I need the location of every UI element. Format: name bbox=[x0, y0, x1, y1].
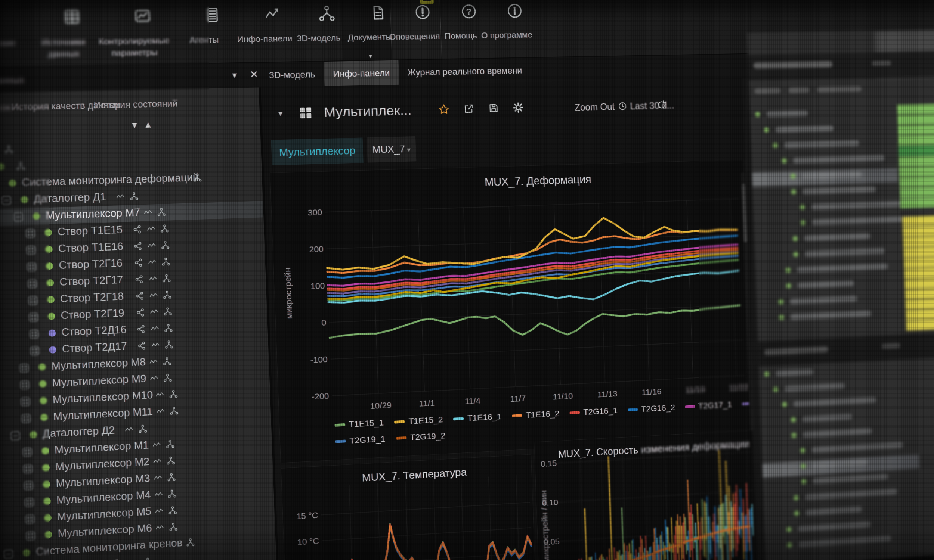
deformation-x-tick: 11/13 bbox=[597, 389, 618, 400]
workspace-tab-3[interactable]: Журнал реального времени bbox=[398, 58, 531, 86]
status-dot-green bbox=[29, 431, 37, 438]
deformation-x-tick: 11/19 bbox=[686, 385, 705, 395]
status-dot-green bbox=[46, 279, 54, 287]
dashboard-title[interactable]: Мультиплек... bbox=[324, 102, 412, 120]
tree-item-code: Т2Г17 bbox=[92, 274, 123, 287]
toolbar-button-controlled-parameters[interactable]: Контролируемыепараметры bbox=[102, 0, 165, 65]
toolbar-label-2: данных bbox=[48, 49, 80, 59]
status-cell-warn[interactable] bbox=[903, 236, 934, 247]
right-tree-label-smudge[interactable] bbox=[811, 201, 901, 210]
right-tree-dot bbox=[778, 299, 783, 304]
right-tree2-label-smudge[interactable] bbox=[802, 414, 852, 422]
sidebar-tab-4[interactable]: История состояний bbox=[94, 98, 178, 111]
toolbar-button-about[interactable]: О программе bbox=[477, 0, 535, 58]
mux-selector-dropdown[interactable]: MUX_7 ▾ bbox=[367, 136, 416, 163]
tree-item-label: Мультиплексор М5 bbox=[57, 506, 151, 523]
toolbar-button-user-operations[interactable]: Пользовательскиеоперации bbox=[0, 0, 8, 68]
right-tree2-label-smudge[interactable] bbox=[806, 506, 862, 515]
right-tree2-label-smudge[interactable] bbox=[812, 474, 888, 484]
status-cell-ok[interactable] bbox=[897, 114, 934, 125]
status-cell-ok[interactable] bbox=[900, 187, 934, 198]
status-cell-warn[interactable] bbox=[904, 257, 934, 268]
legend-item-T2G17_1[interactable]: T2G17_1 bbox=[685, 400, 732, 411]
sort-ascending-button[interactable]: ▲ bbox=[143, 120, 153, 129]
right-tree2-label-smudge[interactable] bbox=[805, 489, 897, 500]
legend-swatch bbox=[628, 408, 638, 411]
status-cell-ok[interactable] bbox=[898, 135, 934, 146]
legend-item-T2G19_2[interactable]: T2G19_2 bbox=[396, 431, 446, 443]
status-cell-ok[interactable] bbox=[900, 197, 934, 208]
right-tree-label-smudge[interactable] bbox=[790, 296, 857, 304]
dashboard-tab-multiplexor[interactable]: Мультиплексор bbox=[271, 138, 364, 165]
status-cell-warn[interactable] bbox=[903, 226, 934, 237]
panel-close-icon[interactable]: ✕ bbox=[250, 69, 259, 80]
right-panel-tab-smudge[interactable] bbox=[788, 88, 809, 93]
status-cell-ok[interactable] bbox=[897, 104, 934, 115]
right-tree-label-smudge[interactable] bbox=[812, 216, 916, 225]
status-cell-warn[interactable] bbox=[906, 309, 934, 320]
right-tree-label-smudge[interactable] bbox=[790, 311, 871, 320]
right-tree-label-smudge[interactable] bbox=[797, 263, 888, 272]
status-dot-green bbox=[44, 514, 52, 522]
sort-descending-button[interactable]: ▼ bbox=[130, 120, 139, 130]
right-tree2-dot bbox=[773, 387, 778, 392]
dashboard-collapse-caret[interactable]: ▾ bbox=[278, 108, 283, 118]
status-cell-warn[interactable] bbox=[904, 267, 934, 278]
right-tree-label-smudge[interactable] bbox=[775, 125, 834, 133]
right-tree-label-smudge[interactable] bbox=[797, 280, 854, 289]
status-cell-warn[interactable] bbox=[906, 319, 934, 331]
deformation-x-tick: 11/1 bbox=[419, 398, 435, 408]
sidebar-tab-2[interactable]: Список bbox=[0, 102, 11, 114]
status-cell-ok[interactable] bbox=[898, 125, 934, 135]
time-range-picker[interactable]: Last 30 d... bbox=[630, 100, 674, 112]
legend-item-T2G19_1[interactable]: T2G19_1 bbox=[335, 434, 385, 446]
legend-item-T1E16_1[interactable]: T1E16_1 bbox=[453, 411, 502, 424]
tree-item-code: Т2Д17 bbox=[95, 340, 127, 354]
panel-collapse-caret[interactable]: ▾ bbox=[232, 70, 237, 81]
toolbar-button-info-panels[interactable]: Инфо-панели bbox=[233, 0, 295, 62]
status-dot-green bbox=[42, 447, 49, 455]
right-tree-label-smudge[interactable] bbox=[805, 248, 885, 257]
right-tree-label-smudge[interactable] bbox=[804, 233, 871, 241]
legend-item-T1E16_2[interactable]: T1E16_2 bbox=[512, 408, 559, 420]
status-cell-ok[interactable] bbox=[899, 156, 934, 166]
right-tree-label-smudge[interactable] bbox=[803, 186, 876, 194]
right-tree2-label-smudge[interactable] bbox=[784, 383, 845, 392]
toolbar-button-agents[interactable]: Агенты bbox=[173, 0, 234, 63]
right-tree-dot bbox=[764, 127, 769, 132]
right-tree-label-smudge[interactable] bbox=[766, 111, 808, 117]
legend-item-T2G16_2[interactable]: T2G16_2 bbox=[627, 403, 675, 414]
right-tree2-label-smudge[interactable] bbox=[798, 521, 871, 532]
right-tree-dot bbox=[800, 205, 805, 210]
workspace-tab-2[interactable]: Инфо-панели bbox=[324, 60, 399, 87]
right-tree2-label-smudge[interactable] bbox=[811, 442, 903, 453]
status-cell-ok[interactable] bbox=[899, 166, 934, 177]
status-cell-warn[interactable] bbox=[902, 215, 934, 227]
legend-item-T1E15_2[interactable]: T1E15_2 bbox=[394, 415, 443, 427]
status-cell-warn[interactable] bbox=[905, 278, 934, 289]
right-tree2-label-smudge[interactable] bbox=[798, 535, 891, 547]
status-cell-ok[interactable] bbox=[899, 145, 934, 156]
status-cell-warn[interactable] bbox=[903, 246, 934, 258]
status-dot-green bbox=[32, 212, 40, 220]
right-tree-label-smudge[interactable] bbox=[784, 140, 859, 148]
zoom-out-button[interactable]: Zoom Out bbox=[575, 102, 615, 113]
legend-swatch bbox=[334, 423, 345, 426]
right-tree2-label-smudge[interactable] bbox=[793, 397, 876, 407]
legend-item-T2G16_1[interactable]: T2G16_1 bbox=[569, 405, 618, 417]
right-tree-label-smudge[interactable] bbox=[793, 155, 885, 163]
toolbar-button-data-sources[interactable]: Источникиданных bbox=[31, 0, 94, 66]
workspace-tab-1[interactable]: 3D-модель bbox=[259, 62, 324, 88]
temperature-y-tick: 10 °C bbox=[297, 536, 319, 547]
right-tree2-label-smudge[interactable] bbox=[775, 369, 813, 377]
legend-item-T1E15_1[interactable]: T1E15_1 bbox=[334, 418, 384, 430]
right-panel-tab-smudge[interactable] bbox=[817, 86, 862, 92]
caret-down-icon[interactable]: ▾ bbox=[369, 52, 373, 60]
right-panel-tab-smudge[interactable] bbox=[754, 88, 781, 94]
status-cell-ok[interactable] bbox=[900, 177, 934, 188]
status-cell-warn[interactable] bbox=[905, 298, 934, 310]
status-cell-warn[interactable] bbox=[905, 288, 934, 300]
right-tree2-label-smudge[interactable] bbox=[803, 428, 872, 438]
deformation-x-tick: 11/10 bbox=[553, 391, 573, 402]
toolbar-button-model-3d[interactable]: 3D-модель bbox=[288, 0, 348, 62]
